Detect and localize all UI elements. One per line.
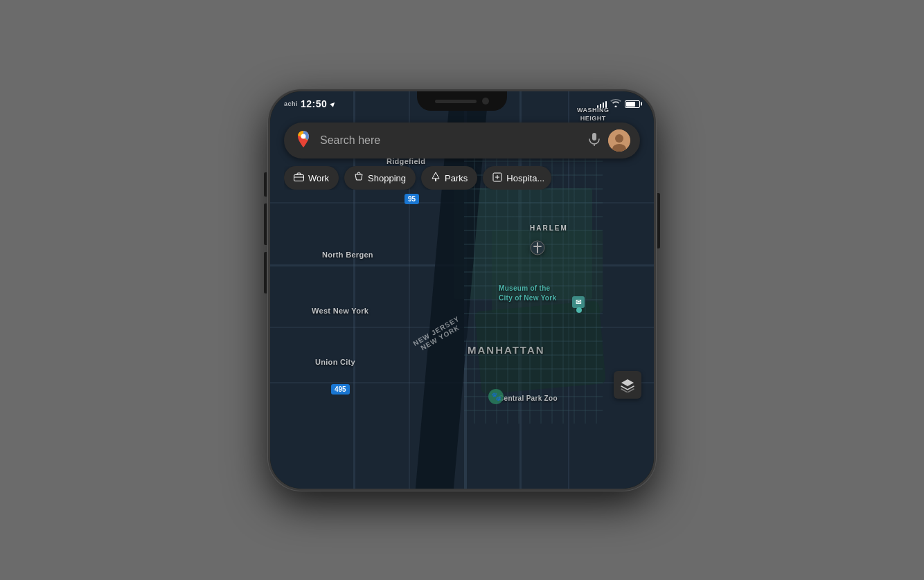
chips-row: Work Shopping (284, 166, 654, 190)
chip-parks-label: Parks (445, 173, 468, 183)
search-input[interactable]: Search here (320, 134, 580, 147)
carrier-label: achi (284, 100, 298, 107)
museum-pin: ✉ (572, 296, 585, 308)
chip-work-label: Work (308, 173, 329, 183)
speaker (435, 100, 477, 103)
shopping-icon (354, 172, 364, 184)
phone-frame: NEW JERSEYNEW YORK Ridgefield North Berg… (268, 89, 656, 491)
front-camera (482, 98, 489, 105)
layers-button[interactable] (614, 371, 641, 399)
badge-495: 495 (331, 384, 350, 395)
power-button (657, 193, 660, 248)
chip-shopping[interactable]: Shopping (344, 166, 416, 190)
wifi-icon (610, 99, 621, 109)
zoo-icon: 🐾 (488, 389, 504, 404)
status-icons (597, 99, 641, 109)
badge-95: 95 (405, 194, 419, 204)
chip-hospitals-label: Hospita... (506, 173, 544, 183)
mic-icon[interactable] (587, 132, 601, 149)
parks-icon (431, 172, 441, 184)
chip-shopping-label: Shopping (368, 173, 406, 183)
hospital-icon (492, 172, 502, 184)
svg-point-5 (615, 134, 623, 143)
svg-rect-2 (592, 133, 596, 141)
mute-button (264, 252, 267, 293)
svg-marker-9 (432, 172, 439, 179)
church-marker (530, 240, 545, 258)
status-time: achi 12:50 ▲ (284, 98, 338, 109)
signal-icon (597, 100, 607, 108)
svg-point-1 (301, 134, 306, 139)
chip-work[interactable]: Work (284, 166, 339, 190)
search-bar[interactable]: Search here (284, 123, 640, 158)
briefcase-icon (294, 172, 304, 183)
svg-rect-7 (294, 175, 304, 181)
user-avatar[interactable] (608, 129, 630, 152)
svg-rect-10 (435, 179, 436, 181)
battery-icon (625, 100, 640, 108)
phone-screen: NEW JERSEYNEW YORK Ridgefield North Berg… (270, 91, 654, 489)
chip-hospitals[interactable]: Hospita... (483, 166, 551, 190)
chip-parks[interactable]: Parks (421, 166, 477, 190)
location-arrow-icon: ▲ (328, 98, 340, 110)
notch (417, 91, 507, 111)
maps-logo-icon (294, 129, 313, 152)
volume-up-button (264, 172, 267, 197)
volume-down-button (264, 203, 267, 245)
phone-mockup: NEW JERSEYNEW YORK Ridgefield North Berg… (268, 89, 656, 491)
